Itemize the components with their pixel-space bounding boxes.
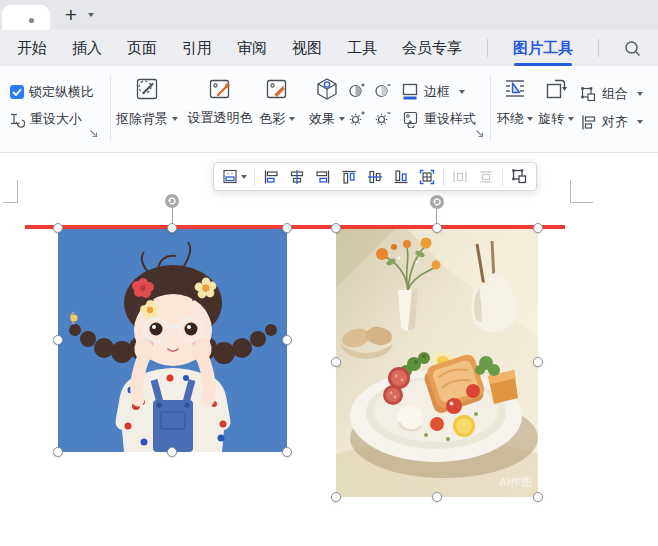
resize-handle-girl-e[interactable] xyxy=(282,335,292,345)
reset-style-button[interactable]: 重设样式 xyxy=(401,110,476,128)
wrap-text-label: 环绕 xyxy=(497,111,523,126)
resize-handle-food-ne[interactable] xyxy=(533,223,543,233)
resize-handle-girl-ne[interactable] xyxy=(282,223,292,233)
selected-image-food[interactable]: AI作图 xyxy=(336,228,538,497)
rotate-icon xyxy=(543,76,569,102)
resize-handle-food-w[interactable] xyxy=(331,357,341,367)
resize-handle-girl-n[interactable] xyxy=(167,223,177,233)
reset-size-label: 重设大小 xyxy=(30,110,82,128)
new-tab-button[interactable]: + xyxy=(60,1,82,29)
reset-style-icon xyxy=(401,110,419,128)
resize-handle-girl-s[interactable] xyxy=(167,447,177,457)
resize-handle-food-n[interactable] xyxy=(432,223,442,233)
qt-align-bottom-button[interactable] xyxy=(389,165,413,189)
qt-grid-align-button[interactable] xyxy=(415,165,439,189)
tab-picture-tools[interactable]: 图片工具 xyxy=(513,39,573,58)
resize-handle-girl-se[interactable] xyxy=(282,447,292,457)
color-icon xyxy=(264,76,290,102)
rotate-handle-girl[interactable] xyxy=(165,194,179,208)
menu-item-review[interactable]: 审阅 xyxy=(237,39,267,58)
increase-contrast-button[interactable] xyxy=(348,82,365,99)
decrease-contrast-button[interactable] xyxy=(374,82,391,99)
qt-distribute-horizontal-button xyxy=(448,165,472,189)
menu-item-reference[interactable]: 引用 xyxy=(182,39,212,58)
set-transparent-color-icon xyxy=(207,76,233,102)
toolbar-divider xyxy=(443,168,444,186)
qt-align-right-button[interactable] xyxy=(311,165,335,189)
new-tab-chevron-icon[interactable] xyxy=(88,13,94,17)
chevron-down-icon xyxy=(459,90,465,94)
group-objects-icon xyxy=(580,86,597,103)
resize-handle-girl-sw[interactable] xyxy=(53,447,63,457)
menu-bar: 开始 插入 页面 引用 审阅 视图 工具 会员专享 图片工具 xyxy=(0,30,658,66)
resize-handle-food-s[interactable] xyxy=(432,492,442,502)
menu-item-insert[interactable]: 插入 xyxy=(72,39,102,58)
set-transparent-color-label: 设置透明色 xyxy=(188,109,253,127)
resize-handle-food-se[interactable] xyxy=(533,492,543,502)
chevron-down-icon xyxy=(172,117,178,121)
rotate-label: 旋转 xyxy=(538,111,564,126)
distribute-vertical-icon xyxy=(478,169,494,185)
document-tab[interactable] xyxy=(2,5,50,30)
resize-handle-food-e[interactable] xyxy=(533,357,543,367)
reset-size-button[interactable]: 重设大小 xyxy=(8,110,82,128)
food-illustration: AI作图 xyxy=(336,228,538,497)
rotate-handle-food[interactable] xyxy=(430,195,444,209)
menu-item-view[interactable]: 视图 xyxy=(292,39,322,58)
red-line-shape[interactable] xyxy=(25,225,565,229)
qt-align-top-button[interactable] xyxy=(337,165,361,189)
color-label: 色彩 xyxy=(259,111,285,126)
align-button[interactable]: 对齐 xyxy=(580,113,643,131)
chevron-down-icon xyxy=(637,120,643,124)
menu-item-page[interactable]: 页面 xyxy=(127,39,157,58)
title-bar: + xyxy=(0,0,658,30)
chevron-down-icon xyxy=(241,175,247,179)
resize-handle-girl-nw[interactable] xyxy=(53,223,63,233)
group-label: 组合 xyxy=(602,85,628,103)
toolbar-divider xyxy=(502,168,503,186)
menu-item-home[interactable]: 开始 xyxy=(17,39,47,58)
group-button[interactable]: 组合 xyxy=(580,85,643,103)
adjust-dialog-launcher[interactable] xyxy=(474,128,484,138)
decrease-brightness-button[interactable] xyxy=(374,110,391,127)
align-left-icon xyxy=(263,169,279,185)
qt-align-left-button[interactable] xyxy=(259,165,283,189)
align-right-icon xyxy=(315,169,331,185)
search-icon[interactable] xyxy=(624,40,641,57)
size-dialog-launcher[interactable] xyxy=(88,128,98,138)
group-objects-icon xyxy=(511,168,528,185)
resize-handle-food-sw[interactable] xyxy=(331,492,341,502)
rotate-button[interactable]: 旋转 xyxy=(524,76,588,128)
border-button[interactable]: 边框 xyxy=(401,82,465,101)
brightness-plus-icon xyxy=(348,110,365,127)
menu-item-member[interactable]: 会员专享 xyxy=(402,39,462,58)
effects-icon xyxy=(314,76,340,102)
selected-image-girl[interactable] xyxy=(58,228,287,452)
remove-background-label: 抠除背景 xyxy=(116,111,168,126)
menu-item-tools[interactable]: 工具 xyxy=(347,39,377,58)
girl-illustration xyxy=(58,228,287,452)
effects-label: 效果 xyxy=(309,111,335,126)
remove-background-icon xyxy=(134,76,160,102)
document-canvas[interactable]: AI作图 xyxy=(0,153,658,546)
qt-group-button[interactable] xyxy=(507,165,531,189)
unsaved-indicator-dot xyxy=(29,18,34,23)
picture-quick-toolbar xyxy=(213,162,537,191)
checkbox-checked-icon[interactable] xyxy=(10,85,24,99)
border-label: 边框 xyxy=(424,83,450,101)
chevron-down-icon xyxy=(568,117,574,121)
increase-brightness-button[interactable] xyxy=(348,110,365,127)
resize-handle-food-nw[interactable] xyxy=(331,223,341,233)
reset-size-icon xyxy=(8,111,25,128)
lock-aspect-ratio-toggle[interactable]: 锁定纵横比 xyxy=(10,83,94,101)
qt-align-center-horizontal-button[interactable] xyxy=(285,165,309,189)
toolbar-divider xyxy=(254,168,255,186)
ai-watermark: AI作图 xyxy=(499,476,532,488)
qt-align-middle-vertical-button[interactable] xyxy=(363,165,387,189)
chevron-down-icon xyxy=(637,92,643,96)
qt-layout-options-button[interactable] xyxy=(219,165,250,189)
resize-handle-girl-w[interactable] xyxy=(53,335,63,345)
brightness-minus-icon xyxy=(374,110,391,127)
distribute-horizontal-icon xyxy=(452,169,468,185)
remove-background-button[interactable]: 抠除背景 xyxy=(109,76,185,128)
